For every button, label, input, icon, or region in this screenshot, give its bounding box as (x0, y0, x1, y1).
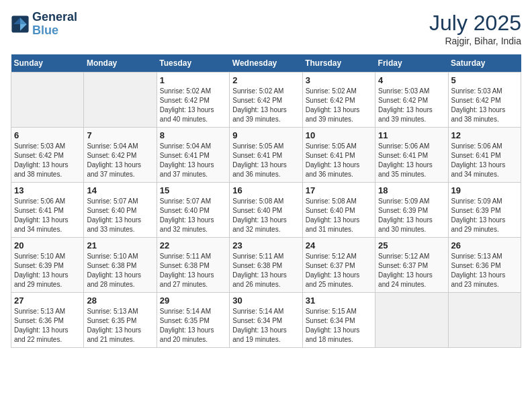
calendar-week-2: 6 Sunrise: 5:03 AM Sunset: 6:42 PM Dayli… (11, 128, 521, 183)
calendar-cell: 28 Sunrise: 5:13 AM Sunset: 6:35 PM Dayl… (84, 293, 157, 348)
cell-info: Sunrise: 5:06 AM Sunset: 6:41 PM Dayligh… (14, 197, 81, 234)
calendar-week-5: 27 Sunrise: 5:13 AM Sunset: 6:36 PM Dayl… (11, 293, 521, 348)
weekday-header-sunday: Sunday (11, 54, 84, 73)
day-number: 13 (14, 185, 81, 195)
calendar-cell: 16 Sunrise: 5:08 AM Sunset: 6:40 PM Dayl… (230, 183, 302, 238)
day-number: 23 (232, 240, 299, 250)
calendar-cell: 12 Sunrise: 5:06 AM Sunset: 6:41 PM Dayl… (448, 128, 521, 183)
weekday-header-thursday: Thursday (302, 54, 375, 73)
calendar-cell (84, 73, 157, 128)
calendar-cell: 23 Sunrise: 5:11 AM Sunset: 6:38 PM Dayl… (230, 238, 302, 293)
day-number: 19 (451, 185, 518, 195)
calendar-week-4: 20 Sunrise: 5:10 AM Sunset: 6:39 PM Dayl… (11, 238, 521, 293)
cell-info: Sunrise: 5:04 AM Sunset: 6:42 PM Dayligh… (87, 142, 153, 179)
cell-info: Sunrise: 5:15 AM Sunset: 6:34 PM Dayligh… (306, 307, 372, 345)
cell-info: Sunrise: 5:02 AM Sunset: 6:42 PM Dayligh… (232, 87, 299, 124)
calendar-cell: 11 Sunrise: 5:06 AM Sunset: 6:41 PM Dayl… (375, 128, 448, 183)
calendar-cell: 30 Sunrise: 5:14 AM Sunset: 6:34 PM Dayl… (230, 293, 302, 348)
cell-info: Sunrise: 5:14 AM Sunset: 6:34 PM Dayligh… (232, 307, 299, 345)
calendar-cell: 8 Sunrise: 5:04 AM Sunset: 6:41 PM Dayli… (157, 128, 229, 183)
calendar-cell: 4 Sunrise: 5:03 AM Sunset: 6:42 PM Dayli… (375, 73, 448, 128)
cell-info: Sunrise: 5:10 AM Sunset: 6:39 PM Dayligh… (14, 252, 81, 289)
cell-info: Sunrise: 5:13 AM Sunset: 6:35 PM Dayligh… (87, 307, 153, 345)
logo-icon (11, 15, 30, 34)
day-number: 29 (160, 295, 226, 306)
cell-info: Sunrise: 5:03 AM Sunset: 6:42 PM Dayligh… (14, 142, 81, 179)
cell-info: Sunrise: 5:05 AM Sunset: 6:41 PM Dayligh… (306, 142, 372, 179)
day-number: 7 (87, 130, 153, 140)
calendar-cell: 18 Sunrise: 5:09 AM Sunset: 6:39 PM Dayl… (375, 183, 448, 238)
cell-info: Sunrise: 5:06 AM Sunset: 6:41 PM Dayligh… (378, 142, 445, 179)
day-number: 4 (378, 75, 445, 85)
calendar-cell: 29 Sunrise: 5:14 AM Sunset: 6:35 PM Dayl… (157, 293, 229, 348)
calendar-week-3: 13 Sunrise: 5:06 AM Sunset: 6:41 PM Dayl… (11, 183, 521, 238)
day-number: 14 (87, 185, 153, 195)
calendar-table: SundayMondayTuesdayWednesdayThursdayFrid… (11, 54, 521, 348)
day-number: 26 (451, 240, 518, 250)
day-number: 5 (451, 75, 518, 85)
calendar-cell: 10 Sunrise: 5:05 AM Sunset: 6:41 PM Dayl… (302, 128, 375, 183)
page-header: GeneralBlue July 2025 Rajgir, Bihar, Ind… (11, 11, 521, 46)
day-number: 11 (378, 130, 445, 140)
day-number: 18 (378, 185, 445, 195)
day-number: 2 (232, 75, 299, 85)
cell-info: Sunrise: 5:02 AM Sunset: 6:42 PM Dayligh… (306, 87, 372, 124)
calendar-cell: 19 Sunrise: 5:09 AM Sunset: 6:39 PM Dayl… (448, 183, 521, 238)
calendar-cell: 21 Sunrise: 5:10 AM Sunset: 6:38 PM Dayl… (84, 238, 157, 293)
day-number: 24 (306, 240, 372, 250)
weekday-header-monday: Monday (84, 54, 157, 73)
cell-info: Sunrise: 5:12 AM Sunset: 6:37 PM Dayligh… (306, 252, 372, 289)
cell-info: Sunrise: 5:04 AM Sunset: 6:41 PM Dayligh… (160, 142, 226, 179)
day-number: 31 (306, 295, 372, 306)
cell-info: Sunrise: 5:09 AM Sunset: 6:39 PM Dayligh… (378, 197, 445, 234)
day-number: 10 (306, 130, 372, 140)
day-number: 16 (232, 185, 299, 195)
cell-info: Sunrise: 5:13 AM Sunset: 6:36 PM Dayligh… (451, 252, 518, 289)
calendar-cell: 26 Sunrise: 5:13 AM Sunset: 6:36 PM Dayl… (448, 238, 521, 293)
calendar-cell: 15 Sunrise: 5:07 AM Sunset: 6:40 PM Dayl… (157, 183, 229, 238)
day-number: 15 (160, 185, 226, 195)
calendar-cell (448, 293, 521, 348)
day-number: 22 (160, 240, 226, 250)
day-number: 28 (87, 295, 153, 306)
calendar-cell: 24 Sunrise: 5:12 AM Sunset: 6:37 PM Dayl… (302, 238, 375, 293)
location: Rajgir, Bihar, India (429, 36, 521, 46)
cell-info: Sunrise: 5:07 AM Sunset: 6:40 PM Dayligh… (160, 197, 226, 234)
day-number: 30 (232, 295, 299, 306)
day-number: 27 (14, 295, 81, 306)
cell-info: Sunrise: 5:11 AM Sunset: 6:38 PM Dayligh… (160, 252, 226, 289)
calendar-cell: 31 Sunrise: 5:15 AM Sunset: 6:34 PM Dayl… (302, 293, 375, 348)
cell-info: Sunrise: 5:08 AM Sunset: 6:40 PM Dayligh… (306, 197, 372, 234)
calendar-cell: 1 Sunrise: 5:02 AM Sunset: 6:42 PM Dayli… (157, 73, 229, 128)
cell-info: Sunrise: 5:03 AM Sunset: 6:42 PM Dayligh… (451, 87, 518, 124)
calendar-cell: 20 Sunrise: 5:10 AM Sunset: 6:39 PM Dayl… (11, 238, 84, 293)
logo-text: GeneralBlue (32, 11, 77, 38)
calendar-cell (11, 73, 84, 128)
day-number: 1 (160, 75, 226, 85)
calendar-cell: 2 Sunrise: 5:02 AM Sunset: 6:42 PM Dayli… (230, 73, 302, 128)
cell-info: Sunrise: 5:14 AM Sunset: 6:35 PM Dayligh… (160, 307, 226, 345)
calendar-cell: 25 Sunrise: 5:12 AM Sunset: 6:37 PM Dayl… (375, 238, 448, 293)
weekday-header-wednesday: Wednesday (230, 54, 302, 73)
weekday-header-friday: Friday (375, 54, 448, 73)
calendar-cell: 22 Sunrise: 5:11 AM Sunset: 6:38 PM Dayl… (157, 238, 229, 293)
day-number: 3 (306, 75, 372, 85)
cell-info: Sunrise: 5:10 AM Sunset: 6:38 PM Dayligh… (87, 252, 153, 289)
day-number: 9 (232, 130, 299, 140)
calendar-cell: 5 Sunrise: 5:03 AM Sunset: 6:42 PM Dayli… (448, 73, 521, 128)
cell-info: Sunrise: 5:11 AM Sunset: 6:38 PM Dayligh… (232, 252, 299, 289)
day-number: 20 (14, 240, 81, 250)
day-number: 17 (306, 185, 372, 195)
cell-info: Sunrise: 5:03 AM Sunset: 6:42 PM Dayligh… (378, 87, 445, 124)
day-number: 8 (160, 130, 226, 140)
day-number: 6 (14, 130, 81, 140)
weekday-header-row: SundayMondayTuesdayWednesdayThursdayFrid… (11, 54, 521, 73)
cell-info: Sunrise: 5:05 AM Sunset: 6:41 PM Dayligh… (232, 142, 299, 179)
calendar-week-1: 1 Sunrise: 5:02 AM Sunset: 6:42 PM Dayli… (11, 73, 521, 128)
calendar-cell: 27 Sunrise: 5:13 AM Sunset: 6:36 PM Dayl… (11, 293, 84, 348)
cell-info: Sunrise: 5:08 AM Sunset: 6:40 PM Dayligh… (232, 197, 299, 234)
calendar-cell: 9 Sunrise: 5:05 AM Sunset: 6:41 PM Dayli… (230, 128, 302, 183)
day-number: 12 (451, 130, 518, 140)
month-title: July 2025 (429, 11, 521, 36)
logo: GeneralBlue (11, 11, 77, 38)
